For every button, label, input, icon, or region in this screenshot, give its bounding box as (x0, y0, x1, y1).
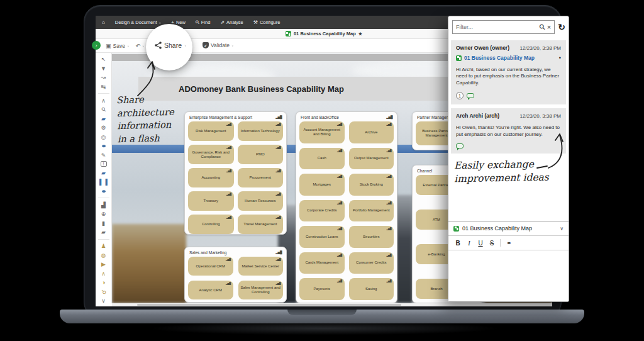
capability-box[interactable]: Stock Broking▂▅█ (349, 174, 394, 196)
capability-box[interactable]: Accounting▂▅█ (188, 168, 234, 187)
ellipse-shape-icon[interactable]: ● (96, 143, 111, 149)
expand-explorer-button[interactable]: › (92, 41, 101, 50)
capability-box[interactable]: Payments▂▅█ (299, 278, 345, 300)
disc-shape-icon[interactable]: ◍ (99, 252, 109, 259)
reply-count-badge[interactable]: 1 (456, 92, 464, 99)
capability-box[interactable]: Securities▂▅█ (349, 226, 394, 248)
pointer-tool-icon[interactable]: ↖ (99, 56, 109, 62)
capability-box[interactable]: Corporate Credits▂▅█ (299, 200, 345, 222)
capability-box[interactable]: Procurement▂▅█ (238, 168, 284, 187)
capsule-pair-shape-icon[interactable]: ▌▐ (99, 179, 109, 185)
capability-box[interactable]: PMO▂▅█ (238, 145, 284, 164)
capability-box[interactable]: Market Service Center▂▅█ (238, 257, 284, 276)
capability-box[interactable]: Saving▂▅█ (349, 278, 394, 300)
italic-button[interactable]: I (464, 238, 475, 247)
key-shape-icon[interactable]: ⚲ (97, 286, 109, 297)
menu-item-analyse[interactable]: ⇗ Analyse (220, 20, 243, 25)
options-dot-icon[interactable]: • (559, 55, 561, 61)
note-shape-icon[interactable]: ! (101, 161, 107, 167)
save-button[interactable]: ▣ Save ∨ (106, 43, 130, 49)
group-enterprise-management[interactable]: Enterprise Management & Support▂▅█ Risk … (184, 111, 287, 235)
connector-tool-icon[interactable]: ↝ (99, 74, 109, 81)
oval-shape-icon[interactable]: ● (96, 188, 111, 194)
capability-box[interactable]: Risk Manage­ment▂▅█ (188, 121, 234, 141)
half-circle-shape-icon[interactable]: ◑ (99, 279, 109, 286)
search-icon[interactable]: ⚲ (537, 22, 547, 32)
group-front-backoffice[interactable]: Front and BackOffice▂▅█ Account Man­agem… (296, 111, 397, 303)
collapse-palette-icon[interactable]: ∧ (99, 98, 109, 104)
tab-business-capability-map[interactable]: 01 Business Capability Map ★ (286, 31, 362, 36)
capability-label: Cards Manage­ment (305, 260, 338, 265)
group-label: Enterprise Management & Support (189, 115, 252, 120)
filter-tool-icon[interactable]: ▼ (99, 65, 109, 72)
bar-chart-icon: ▂▅█ (275, 251, 282, 254)
validate-button[interactable]: ✔ Validate ∨ (203, 42, 234, 48)
chevron-shape-icon[interactable]: ∧ (99, 271, 109, 277)
filter-input[interactable] (456, 24, 538, 30)
reply-bubble-icon[interactable] (456, 143, 464, 148)
battery-shape-icon[interactable]: ▮ (99, 220, 109, 226)
process-shape-icon[interactable]: ▰ (99, 170, 109, 176)
parallelogram-shape-icon[interactable]: ▰ (99, 116, 109, 122)
link-button[interactable]: ⚭ (503, 238, 514, 247)
capability-box[interactable]: Cash▂▅█ (299, 148, 345, 170)
capability-box[interactable]: Travel Manage­ment▂▅█ (238, 215, 284, 234)
scrollbar-thumb[interactable] (137, 304, 401, 306)
capability-label: Market Service Center (242, 264, 279, 269)
underline-button[interactable]: U (475, 238, 486, 247)
capability-box[interactable]: Archive▂▅█ (349, 121, 394, 143)
capability-label: Human Re­sources (245, 199, 276, 203)
bar-chart-icon: ▂▅█ (337, 228, 342, 230)
actor-shape-icon[interactable]: ♟ (99, 243, 109, 249)
capability-box[interactable]: Cards Manage­ment▂▅█ (299, 252, 345, 274)
capability-box[interactable]: Treasury▂▅█ (188, 191, 234, 211)
filter-input-box[interactable]: ⚲ × (452, 20, 555, 34)
tool-sidebar: ↖ ▼ ↝ ↹ ∧ ⚲ ▰ ⚙ ◎ ● ✎ ! ▰ ▌▐ ● ▟ ⊕ ▮ ▰ ♟… (96, 53, 112, 303)
marker-shape-icon[interactable]: ▶ (99, 261, 109, 267)
home-icon[interactable]: ⌂ (102, 20, 105, 25)
menu-item-find[interactable]: ⚲ Find (196, 20, 210, 25)
close-icon[interactable]: × (547, 23, 551, 31)
group-sales-marketing[interactable]: Sales and Marketing▂▅█ Operational CRM▂▅… (184, 247, 287, 303)
capability-box[interactable]: Analytic CRM▂▅█ (188, 281, 233, 299)
refresh-icon[interactable]: ↻ (558, 22, 565, 32)
zoom-plus-shape-icon[interactable]: ⊕ (99, 211, 109, 217)
capability-box[interactable]: Controlling▂▅█ (188, 215, 234, 234)
favorite-star-icon[interactable]: ★ (358, 31, 362, 36)
menu-item-configure[interactable]: ⚒ Configure (253, 20, 280, 25)
pencil-shape-icon[interactable]: ✎ (99, 152, 109, 159)
undo-button[interactable]: ↶ ∨ (136, 43, 145, 49)
comment-text-area[interactable] (448, 250, 569, 305)
comment-model-link[interactable]: 01 Business Capability Map (464, 55, 535, 61)
capability-label: Risk Manage­ment (196, 129, 226, 133)
comment-card[interactable]: Owner Owen (owner) 12/23/20, 3:38 PM 01 … (451, 40, 566, 104)
zoom-tool-icon[interactable]: ⚲ (97, 104, 109, 115)
spacing-tool-icon[interactable]: ↹ (99, 84, 109, 90)
editor-model-row[interactable]: 01 Business Capability Map ∨ (448, 221, 569, 236)
capability-box[interactable]: Information Technology▂▅█ (238, 121, 284, 141)
capability-box[interactable]: Mortgages▂▅█ (299, 174, 345, 196)
capability-label: Construction Loans (306, 235, 338, 239)
reply-bubble-icon[interactable] (467, 93, 474, 98)
flag-shape-icon[interactable]: ▰ (99, 229, 109, 235)
share-icon (155, 42, 162, 49)
menu-item-design-document[interactable]: Design & Document∨ (115, 20, 161, 25)
gear-shape-icon[interactable]: ⚙ (99, 125, 109, 131)
share-button[interactable]: Share ∨ (155, 42, 187, 49)
chevron-down-icon[interactable]: ∨ (560, 226, 564, 232)
scroll-down-icon[interactable]: ∨ (99, 298, 109, 304)
capability-box[interactable]: Output Man­agement▂▅█ (349, 148, 394, 170)
capability-label: Treasury (204, 199, 218, 203)
strikethrough-button[interactable]: S (486, 238, 497, 247)
capability-box[interactable]: Construction Loans▂▅█ (299, 226, 345, 248)
capability-box[interactable]: Account Man­agement and Billing▂▅█ (299, 121, 345, 143)
capability-box[interactable]: Governance, Risk and Com­pliance▂▅█ (188, 145, 234, 164)
capability-box[interactable]: Operational CRM▂▅█ (188, 257, 233, 276)
bold-button[interactable]: B (452, 238, 464, 247)
capability-box[interactable]: Sales Man­agement and Controlling▂▅█ (238, 281, 284, 299)
capability-box[interactable]: Human Re­sources▂▅█ (238, 191, 284, 211)
capability-shape-icon[interactable]: ▟ (99, 202, 109, 208)
capability-box[interactable]: Consumer Credits▂▅█ (349, 252, 394, 274)
capability-box[interactable]: Portfolio Man­agement▂▅█ (349, 200, 394, 222)
target-shape-icon[interactable]: ◎ (99, 134, 109, 140)
